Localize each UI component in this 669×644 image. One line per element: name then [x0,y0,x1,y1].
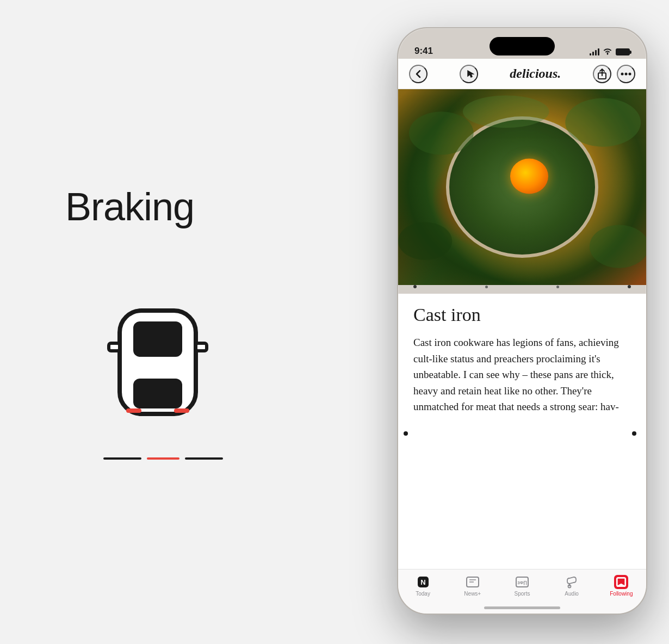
sports-label: Sports [515,591,530,597]
signal-bars-icon [590,48,599,55]
more-button[interactable] [617,65,635,83]
article-body: Cast iron cookware has legions of fans, … [413,335,631,414]
following-icon [614,575,628,589]
tab-following[interactable]: Following [602,575,640,597]
article-food-image [398,89,646,285]
svg-point-9 [624,72,627,75]
tab-audio[interactable]: Audio [553,575,591,597]
svg-point-12 [565,98,641,146]
svg-rect-4 [133,379,182,408]
car-illustration [103,294,223,447]
article-heading: Cast iron [413,305,631,325]
signal-bar-2 [592,52,594,55]
today-icon: N [416,575,430,589]
following-label: Following [610,591,633,597]
svg-point-15 [463,95,549,127]
tab-today[interactable]: N Today [404,575,442,597]
phone-frame: 9:41 [397,27,647,615]
status-icons [590,47,630,57]
newsplus-label: News+ [464,591,481,597]
home-indicator [484,606,560,609]
signal-bar-4 [598,48,599,55]
share-button[interactable] [593,65,611,83]
phone-container: 9:41 [397,27,647,615]
scroll-dot-4 [628,285,631,288]
scroll-dot-3 [556,286,559,288]
tab-newsplus[interactable]: News+ [454,575,492,597]
scroll-dot-1 [413,285,417,288]
wifi-icon [603,47,612,57]
road-brake-center [147,457,179,460]
signal-bar-1 [590,53,591,55]
svg-point-11 [409,112,474,154]
road-lines [103,457,223,460]
svg-rect-1 [133,321,182,357]
road-line-right [185,457,223,460]
battery-icon [616,48,630,55]
publication-title: delicious. [510,66,561,81]
left-panel: Braking [0,0,326,644]
svg-rect-6 [174,408,189,413]
scroll-dots [398,285,646,288]
app-nav: delicious. [398,59,646,89]
svg-text:3Φ∏: 3Φ∏ [517,580,527,585]
tab-sports[interactable]: 3Φ∏ Sports [503,575,541,597]
nav-right-buttons [593,65,635,83]
bullet-right [632,431,636,436]
svg-rect-2 [109,343,120,351]
svg-point-10 [628,72,631,75]
food-visual [398,89,646,285]
scroll-dot-2 [485,286,488,288]
audio-icon [565,575,579,589]
sports-icon: 3Φ∏ [515,575,529,589]
bullet-left [404,431,408,436]
back-button[interactable] [409,65,428,83]
car-svg [103,294,212,436]
status-time: 9:41 [414,46,433,57]
svg-text:N: N [420,578,425,586]
dynamic-island [490,37,555,55]
signal-bar-3 [595,50,597,55]
article-body-text: Cast iron cookware has legions of fans, … [413,337,619,412]
svg-rect-3 [196,343,207,351]
interact-button[interactable] [460,65,478,83]
svg-point-14 [590,225,646,268]
newsplus-icon [466,575,480,589]
svg-point-13 [398,222,452,259]
today-label: Today [416,591,430,597]
svg-rect-5 [126,408,141,413]
svg-point-8 [621,72,623,75]
article-content: Cast iron Cast iron cookware has legions… [398,294,646,570]
audio-label: Audio [565,591,579,597]
road-line-left [103,457,141,460]
braking-title: Braking [65,184,194,229]
